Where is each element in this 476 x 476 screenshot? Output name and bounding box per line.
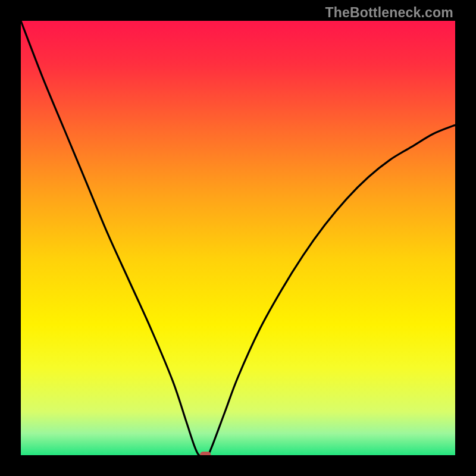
gradient-background: [21, 21, 455, 455]
frame: TheBottleneck.com: [0, 0, 476, 476]
chart-plot-area: [21, 21, 455, 455]
watermark-text: TheBottleneck.com: [325, 5, 453, 21]
min-marker: [200, 452, 211, 455]
chart-svg: [21, 21, 455, 455]
